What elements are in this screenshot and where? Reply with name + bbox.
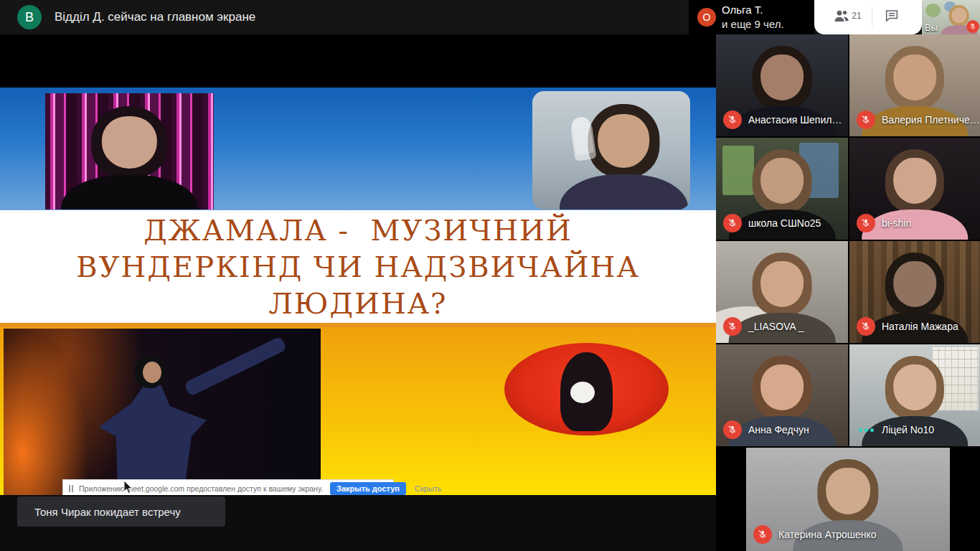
- participant-tile[interactable]: _LIASOVA _: [716, 241, 848, 343]
- participant-name: Анастасия Шепил…: [748, 114, 842, 126]
- jamala-neon-photo: [45, 93, 214, 209]
- mic-muted-icon: [723, 317, 742, 336]
- mic-muted-icon: [753, 525, 772, 544]
- slide-blue-band: [0, 88, 716, 210]
- mic-muted-icon: [857, 317, 875, 336]
- hide-bar-link[interactable]: Скрыть: [415, 484, 442, 493]
- people-icon: [832, 7, 851, 27]
- mic-muted-icon: [723, 214, 742, 232]
- self-label: Вы: [925, 22, 938, 33]
- participant-name: _LIASOVA _: [748, 321, 804, 332]
- screen-share-area: ДЖАМАЛА - МУЗИЧНИЙ ВУНДЕРКІНД ЧИ НАДЗВИЧ…: [0, 34, 716, 551]
- slide-title-line: ДЖАМАЛА - МУЗИЧНИЙ: [143, 212, 573, 249]
- chat-icon: [884, 9, 900, 26]
- mic-muted-icon: [857, 214, 875, 232]
- leave-toast: Тоня Чирак покидает встречу: [17, 496, 225, 527]
- participant-tile[interactable]: bi-shin: [849, 138, 980, 240]
- slide-title-line: ВУНДЕРКІНД ЧИ НАДЗВИЧАЙНА: [76, 249, 639, 286]
- jamala-stage-photo: [4, 329, 321, 495]
- mic-muted-icon: [857, 110, 875, 129]
- participant-name: Катерина Атрошенко: [778, 529, 877, 540]
- mic-muted-icon: [723, 420, 742, 439]
- white-dog-shape: [570, 382, 595, 403]
- presenting-status-text: Відділ Д. сейчас на главном экране: [55, 0, 255, 34]
- slide-title-line: ЛЮДИНА?: [268, 286, 447, 322]
- speaking-indicator-icon: [857, 420, 875, 439]
- participant-name: Валерия Плетниче…: [882, 114, 980, 126]
- participant-tile[interactable]: Анна Федчун: [716, 344, 848, 446]
- chat-button[interactable]: [872, 9, 911, 26]
- presenter-avatar: В: [17, 5, 42, 29]
- participant-tile[interactable]: школа СШNo25: [716, 138, 848, 240]
- participant-tile[interactable]: Наталія Мажара: [849, 241, 980, 343]
- participant-name: bi-shin: [882, 217, 911, 229]
- pinned-avatar: О: [697, 8, 716, 27]
- jamala-voice-photo: [504, 343, 669, 435]
- participant-name: Наталія Мажара: [882, 321, 958, 332]
- presenter-initial: В: [25, 10, 34, 25]
- presentation-slide: ДЖАМАЛА - МУЗИЧНИЙ ВУНДЕРКІНД ЧИ НАДЗВИЧ…: [0, 88, 716, 495]
- jamala-trophy-photo: [532, 91, 690, 209]
- participant-name: Ліцей No10: [882, 424, 934, 435]
- mic-muted-icon: [723, 110, 742, 129]
- slide-yellow-band: Автор презентації: Гліб Шишкін: [0, 327, 716, 495]
- participant-tile[interactable]: Ліцей No10: [849, 344, 980, 446]
- slide-title: ДЖАМАЛА - МУЗИЧНИЙ ВУНДЕРКІНД ЧИ НАДЗВИЧ…: [0, 210, 716, 323]
- pinned-name: Ольга Т.: [722, 4, 763, 16]
- participants-count: 21: [852, 11, 861, 20]
- self-video-thumbnail[interactable]: Вы: [922, 0, 980, 34]
- self-mic-muted-icon: [966, 20, 979, 33]
- participant-tile[interactable]: Катерина Атрошенко: [746, 448, 950, 551]
- pause-icon: [69, 485, 73, 492]
- stop-sharing-button[interactable]: Закрыть доступ: [330, 482, 406, 495]
- pinned-speaker-info[interactable]: О Ольга Т. и еще 9 чел.: [689, 0, 814, 34]
- share-message: Приложению meet.google.com предоставлен …: [79, 484, 323, 493]
- meet-call-window: В Відділ Д. сейчас на главном экране О О…: [0, 0, 980, 551]
- participant-name: школа СШNo25: [748, 217, 821, 229]
- participants-button[interactable]: 21: [825, 7, 871, 27]
- participant-name: Анна Федчун: [748, 424, 809, 435]
- header-icon-panel: 21: [814, 0, 922, 34]
- pinned-more-count: и еще 9 чел.: [722, 18, 784, 30]
- mouse-cursor: [123, 481, 133, 498]
- participant-tile[interactable]: Валерия Плетниче…: [849, 34, 980, 136]
- participant-tile[interactable]: Анастасия Шепил…: [716, 34, 848, 136]
- toast-text: Тоня Чирак покидает встречу: [34, 506, 181, 518]
- pinned-initial: О: [703, 11, 711, 23]
